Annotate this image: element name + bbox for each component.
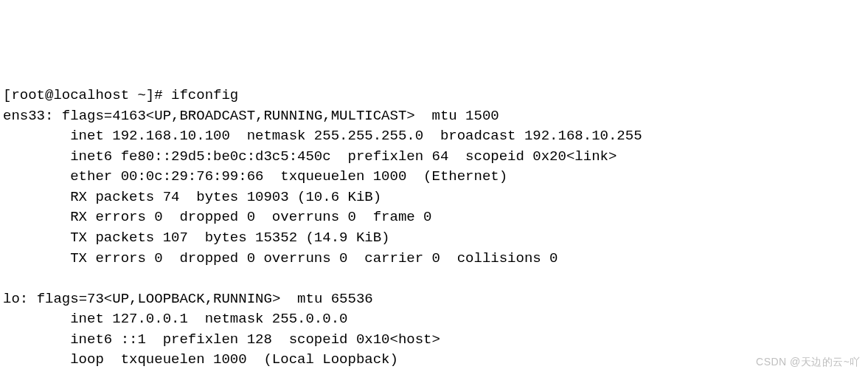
terminal-output: [root@localhost ~]# ifconfig ens33: flag… xyxy=(3,86,865,372)
iface2-inet: inet 127.0.0.1 netmask 255.0.0.0 xyxy=(70,311,347,327)
iface1-rx-errors: RX errors 0 dropped 0 overruns 0 frame 0 xyxy=(70,209,431,225)
watermark-text: CSDN @天边的云~吖 xyxy=(756,354,861,369)
iface1-tx-errors: TX errors 0 dropped 0 overruns 0 carrier… xyxy=(70,250,558,266)
shell-prompt: [root@localhost ~]# xyxy=(3,87,171,103)
iface2-inet6: inet6 ::1 prefixlen 128 scopeid 0x10<hos… xyxy=(70,331,440,348)
command-text: ifconfig xyxy=(171,87,238,103)
iface2-name: lo xyxy=(3,291,20,307)
iface2-loop: loop txqueuelen 1000 (Local Loopback) xyxy=(70,351,398,368)
iface1-inet6: inet6 fe80::29d5:be0c:d3c5:450c prefixle… xyxy=(70,148,617,165)
iface1-inet: inet 192.168.10.100 netmask 255.255.255.… xyxy=(70,128,642,144)
iface1-ether: ether 00:0c:29:76:99:66 txqueuelen 1000 … xyxy=(70,168,507,185)
iface1-tx-packets: TX packets 107 bytes 15352 (14.9 KiB) xyxy=(70,230,389,246)
iface1-rx-packets: RX packets 74 bytes 10903 (10.6 KiB) xyxy=(70,189,381,205)
iface2-flags: flags=73<UP,LOOPBACK,RUNNING> mtu 65536 xyxy=(37,291,373,307)
iface1-flags: flags=4163<UP,BROADCAST,RUNNING,MULTICAS… xyxy=(62,108,499,124)
iface1-name: ens33 xyxy=(3,108,45,124)
